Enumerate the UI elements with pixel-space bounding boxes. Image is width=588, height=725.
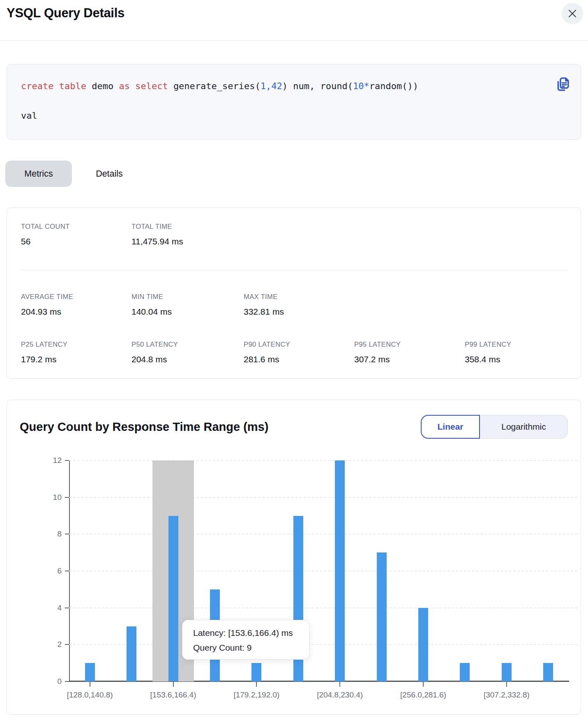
gridline [69, 534, 577, 534]
close-button[interactable] [562, 3, 583, 24]
page-title: YSQL Query Details [7, 6, 125, 21]
stat-average-time: AVERAGE TIME 204.93 ms [21, 293, 128, 317]
copy-icon [553, 76, 572, 93]
y-axis-tick [65, 497, 69, 498]
bar-[179.2,192.0)[interactable] [251, 663, 261, 681]
stat-total-time: TOTAL TIME 11,475.94 ms [131, 223, 238, 246]
bar-[204.8,230.4)[interactable] [335, 460, 345, 681]
sql-query-line1: create table demo as select generate_ser… [21, 81, 418, 91]
chart-card: Query Count by Response Time Range (ms) … [7, 400, 581, 715]
sql-token: random()) [369, 81, 418, 91]
x-axis-line [69, 681, 569, 682]
close-icon [567, 9, 577, 18]
x-axis-tick [506, 681, 507, 687]
bar-[332.8,358.4)[interactable] [543, 663, 553, 681]
y-axis-label: 10 [40, 493, 62, 502]
sql-token: generate_series( [173, 81, 261, 91]
sql-token: as select [119, 81, 173, 91]
y-axis-tick [65, 644, 69, 645]
tooltip-count: Query Count: 9 [193, 640, 298, 655]
chart-tooltip: Latency: [153.6,166.4) ms Query Count: 9 [182, 620, 309, 660]
y-axis-tick [65, 534, 69, 534]
linear-scale-button[interactable]: Linear [421, 415, 480, 439]
x-axis-label: [179.2,192.0) [211, 690, 302, 700]
stat-min-time: MIN TIME 140.04 ms [131, 293, 238, 317]
sql-token: 10* [353, 81, 369, 91]
gridline [69, 497, 577, 498]
chart-title: Query Count by Response Time Range (ms) [20, 420, 268, 434]
sql-query-card: create table demo as select generate_ser… [7, 64, 581, 140]
x-axis-label: [256.0,281.6) [378, 690, 468, 700]
sql-query-line2: val [21, 110, 37, 121]
bar-[153.6,166.4)[interactable] [168, 516, 178, 682]
x-axis-tick [256, 681, 257, 687]
stat-p95-latency: P95 LATENCY 307.2 ms [354, 341, 461, 364]
x-axis-tick [423, 681, 424, 687]
tab-metrics[interactable]: Metrics [5, 161, 72, 187]
gridline [69, 571, 577, 571]
x-axis-label: [128.0,140.8) [45, 690, 135, 700]
header-divider [0, 40, 588, 41]
gridline [69, 460, 577, 461]
logarithmic-scale-button[interactable]: Logarithmic [480, 415, 568, 439]
y-axis-label: 12 [40, 456, 62, 465]
metrics-divider [21, 270, 567, 270]
x-axis-label: [153.6,166.4) [128, 690, 219, 700]
bar-[281.6,307.2)[interactable] [460, 663, 470, 681]
sql-token: 1,42 [261, 81, 282, 91]
stat-p50-latency: P50 LATENCY 204.8 ms [131, 341, 238, 364]
bar-[256.0,281.6)[interactable] [418, 608, 428, 681]
x-axis-tick [90, 681, 90, 687]
y-axis-tick [65, 681, 69, 682]
stat-p25-latency: P25 LATENCY 179.2 ms [21, 341, 128, 364]
bar-[307.2,332.8)[interactable] [502, 663, 512, 681]
metrics-card: TOTAL COUNT 56 TOTAL TIME 11,475.94 ms A… [7, 207, 581, 379]
stat-p90-latency: P90 LATENCY 281.6 ms [244, 341, 350, 364]
scale-toggle: Linear Logarithmic [421, 415, 568, 439]
sql-token: ) num, round( [282, 81, 353, 91]
bar-[230.4,256.0)[interactable] [377, 552, 387, 681]
y-axis-label: 2 [40, 640, 62, 649]
bar-[128.0,140.8)[interactable] [85, 663, 95, 681]
y-axis-label: 4 [40, 603, 62, 612]
x-axis-tick [339, 681, 340, 687]
bar-[140.8,153.6)[interactable] [127, 626, 136, 682]
bar-chart-plot: Latency: [153.6,166.4) ms Query Count: 9… [69, 460, 569, 681]
y-axis-tick [65, 460, 69, 461]
x-axis-label: [307.2,332.8) [461, 690, 552, 700]
y-axis-label: 8 [40, 529, 62, 539]
stat-p99-latency: P99 LATENCY 358.4 ms [465, 341, 572, 364]
y-axis-label: 0 [40, 677, 62, 686]
y-axis-label: 6 [40, 566, 62, 575]
sql-token: demo [92, 81, 119, 91]
copy-button[interactable] [553, 75, 572, 93]
tab-details[interactable]: Details [78, 161, 141, 187]
x-axis-tick [173, 681, 174, 687]
x-axis-label: [204.8,230.4) [295, 690, 385, 700]
sql-token: create table [21, 81, 92, 91]
y-axis-tick [65, 571, 69, 571]
stat-total-count: TOTAL COUNT 56 [21, 223, 128, 246]
gridline [69, 644, 577, 645]
tooltip-latency: Latency: [153.6,166.4) ms [193, 626, 298, 640]
y-axis-tick [65, 608, 69, 608]
gridline [69, 608, 577, 608]
ysql-query-details-modal: YSQL Query Details create table demo as … [0, 0, 588, 725]
stat-max-time: MAX TIME 332.81 ms [244, 293, 350, 317]
